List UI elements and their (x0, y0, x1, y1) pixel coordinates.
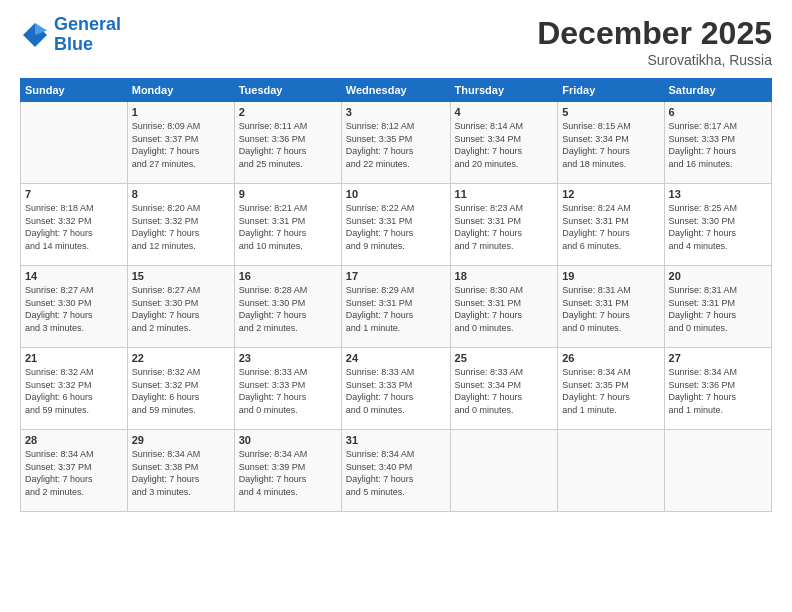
weekday-header-row: SundayMondayTuesdayWednesdayThursdayFrid… (21, 79, 772, 102)
header: General Blue December 2025 Surovatikha, … (20, 15, 772, 68)
day-info: Sunrise: 8:31 AM Sunset: 3:31 PM Dayligh… (669, 284, 767, 334)
day-info: Sunrise: 8:24 AM Sunset: 3:31 PM Dayligh… (562, 202, 659, 252)
day-number: 17 (346, 270, 446, 282)
day-number: 13 (669, 188, 767, 200)
week-row-3: 14Sunrise: 8:27 AM Sunset: 3:30 PM Dayli… (21, 266, 772, 348)
weekday-header-sunday: Sunday (21, 79, 128, 102)
calendar-table: SundayMondayTuesdayWednesdayThursdayFrid… (20, 78, 772, 512)
day-info: Sunrise: 8:33 AM Sunset: 3:33 PM Dayligh… (239, 366, 337, 416)
day-number: 19 (562, 270, 659, 282)
day-cell: 16Sunrise: 8:28 AM Sunset: 3:30 PM Dayli… (234, 266, 341, 348)
day-cell: 4Sunrise: 8:14 AM Sunset: 3:34 PM Daylig… (450, 102, 558, 184)
weekday-header-monday: Monday (127, 79, 234, 102)
day-number: 26 (562, 352, 659, 364)
day-info: Sunrise: 8:11 AM Sunset: 3:36 PM Dayligh… (239, 120, 337, 170)
day-info: Sunrise: 8:12 AM Sunset: 3:35 PM Dayligh… (346, 120, 446, 170)
day-cell: 2Sunrise: 8:11 AM Sunset: 3:36 PM Daylig… (234, 102, 341, 184)
weekday-header-tuesday: Tuesday (234, 79, 341, 102)
day-info: Sunrise: 8:34 AM Sunset: 3:36 PM Dayligh… (669, 366, 767, 416)
day-number: 18 (455, 270, 554, 282)
day-cell: 21Sunrise: 8:32 AM Sunset: 3:32 PM Dayli… (21, 348, 128, 430)
day-cell (21, 102, 128, 184)
location-subtitle: Surovatikha, Russia (537, 52, 772, 68)
day-number: 12 (562, 188, 659, 200)
day-info: Sunrise: 8:23 AM Sunset: 3:31 PM Dayligh… (455, 202, 554, 252)
day-info: Sunrise: 8:15 AM Sunset: 3:34 PM Dayligh… (562, 120, 659, 170)
page: General Blue December 2025 Surovatikha, … (0, 0, 792, 612)
day-cell: 26Sunrise: 8:34 AM Sunset: 3:35 PM Dayli… (558, 348, 664, 430)
day-info: Sunrise: 8:17 AM Sunset: 3:33 PM Dayligh… (669, 120, 767, 170)
day-number: 3 (346, 106, 446, 118)
day-cell (450, 430, 558, 512)
day-info: Sunrise: 8:34 AM Sunset: 3:40 PM Dayligh… (346, 448, 446, 498)
day-number: 31 (346, 434, 446, 446)
day-number: 20 (669, 270, 767, 282)
day-cell: 3Sunrise: 8:12 AM Sunset: 3:35 PM Daylig… (341, 102, 450, 184)
day-cell: 10Sunrise: 8:22 AM Sunset: 3:31 PM Dayli… (341, 184, 450, 266)
day-number: 28 (25, 434, 123, 446)
day-cell: 8Sunrise: 8:20 AM Sunset: 3:32 PM Daylig… (127, 184, 234, 266)
day-number: 10 (346, 188, 446, 200)
day-number: 6 (669, 106, 767, 118)
day-number: 2 (239, 106, 337, 118)
day-number: 27 (669, 352, 767, 364)
day-cell: 31Sunrise: 8:34 AM Sunset: 3:40 PM Dayli… (341, 430, 450, 512)
day-cell (664, 430, 771, 512)
day-info: Sunrise: 8:09 AM Sunset: 3:37 PM Dayligh… (132, 120, 230, 170)
day-info: Sunrise: 8:27 AM Sunset: 3:30 PM Dayligh… (25, 284, 123, 334)
day-cell: 28Sunrise: 8:34 AM Sunset: 3:37 PM Dayli… (21, 430, 128, 512)
week-row-2: 7Sunrise: 8:18 AM Sunset: 3:32 PM Daylig… (21, 184, 772, 266)
weekday-header-saturday: Saturday (664, 79, 771, 102)
day-cell: 12Sunrise: 8:24 AM Sunset: 3:31 PM Dayli… (558, 184, 664, 266)
day-number: 5 (562, 106, 659, 118)
day-cell: 7Sunrise: 8:18 AM Sunset: 3:32 PM Daylig… (21, 184, 128, 266)
day-info: Sunrise: 8:22 AM Sunset: 3:31 PM Dayligh… (346, 202, 446, 252)
day-cell: 29Sunrise: 8:34 AM Sunset: 3:38 PM Dayli… (127, 430, 234, 512)
logo-blue: Blue (54, 35, 121, 55)
day-info: Sunrise: 8:33 AM Sunset: 3:33 PM Dayligh… (346, 366, 446, 416)
day-cell: 9Sunrise: 8:21 AM Sunset: 3:31 PM Daylig… (234, 184, 341, 266)
week-row-1: 1Sunrise: 8:09 AM Sunset: 3:37 PM Daylig… (21, 102, 772, 184)
weekday-header-friday: Friday (558, 79, 664, 102)
day-number: 8 (132, 188, 230, 200)
day-info: Sunrise: 8:29 AM Sunset: 3:31 PM Dayligh… (346, 284, 446, 334)
title-block: December 2025 Surovatikha, Russia (537, 15, 772, 68)
weekday-header-thursday: Thursday (450, 79, 558, 102)
day-cell: 24Sunrise: 8:33 AM Sunset: 3:33 PM Dayli… (341, 348, 450, 430)
day-cell: 17Sunrise: 8:29 AM Sunset: 3:31 PM Dayli… (341, 266, 450, 348)
day-cell: 15Sunrise: 8:27 AM Sunset: 3:30 PM Dayli… (127, 266, 234, 348)
day-info: Sunrise: 8:27 AM Sunset: 3:30 PM Dayligh… (132, 284, 230, 334)
day-info: Sunrise: 8:34 AM Sunset: 3:39 PM Dayligh… (239, 448, 337, 498)
logo-icon (20, 20, 50, 50)
day-info: Sunrise: 8:21 AM Sunset: 3:31 PM Dayligh… (239, 202, 337, 252)
day-number: 25 (455, 352, 554, 364)
day-info: Sunrise: 8:33 AM Sunset: 3:34 PM Dayligh… (455, 366, 554, 416)
day-cell: 23Sunrise: 8:33 AM Sunset: 3:33 PM Dayli… (234, 348, 341, 430)
day-number: 22 (132, 352, 230, 364)
day-number: 11 (455, 188, 554, 200)
day-number: 30 (239, 434, 337, 446)
day-number: 4 (455, 106, 554, 118)
logo: General Blue (20, 15, 121, 55)
day-number: 14 (25, 270, 123, 282)
week-row-4: 21Sunrise: 8:32 AM Sunset: 3:32 PM Dayli… (21, 348, 772, 430)
logo-general: General (54, 14, 121, 34)
day-cell: 19Sunrise: 8:31 AM Sunset: 3:31 PM Dayli… (558, 266, 664, 348)
day-cell: 5Sunrise: 8:15 AM Sunset: 3:34 PM Daylig… (558, 102, 664, 184)
day-info: Sunrise: 8:25 AM Sunset: 3:30 PM Dayligh… (669, 202, 767, 252)
day-number: 16 (239, 270, 337, 282)
day-number: 1 (132, 106, 230, 118)
week-row-5: 28Sunrise: 8:34 AM Sunset: 3:37 PM Dayli… (21, 430, 772, 512)
day-cell: 22Sunrise: 8:32 AM Sunset: 3:32 PM Dayli… (127, 348, 234, 430)
day-number: 29 (132, 434, 230, 446)
day-cell: 14Sunrise: 8:27 AM Sunset: 3:30 PM Dayli… (21, 266, 128, 348)
day-cell: 18Sunrise: 8:30 AM Sunset: 3:31 PM Dayli… (450, 266, 558, 348)
day-number: 24 (346, 352, 446, 364)
day-info: Sunrise: 8:34 AM Sunset: 3:37 PM Dayligh… (25, 448, 123, 498)
day-info: Sunrise: 8:30 AM Sunset: 3:31 PM Dayligh… (455, 284, 554, 334)
day-number: 21 (25, 352, 123, 364)
day-info: Sunrise: 8:34 AM Sunset: 3:38 PM Dayligh… (132, 448, 230, 498)
day-cell: 20Sunrise: 8:31 AM Sunset: 3:31 PM Dayli… (664, 266, 771, 348)
day-info: Sunrise: 8:28 AM Sunset: 3:30 PM Dayligh… (239, 284, 337, 334)
day-info: Sunrise: 8:32 AM Sunset: 3:32 PM Dayligh… (132, 366, 230, 416)
